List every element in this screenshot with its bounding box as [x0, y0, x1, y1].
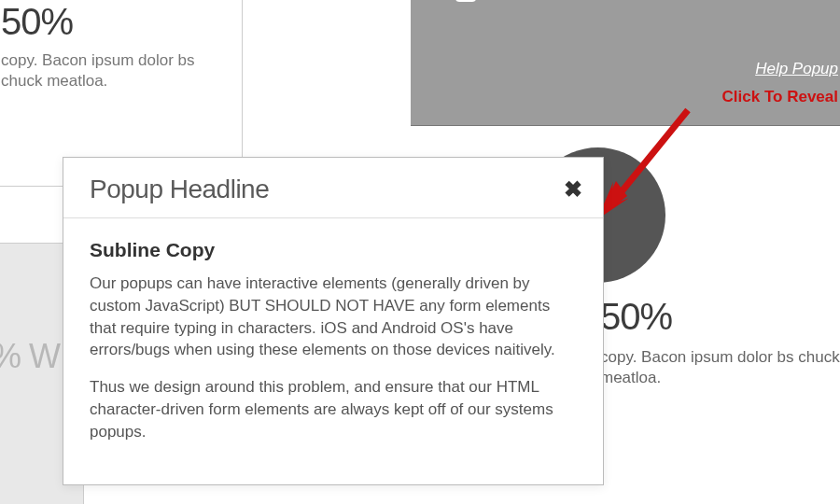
popup-body: Subline Copy Our popups can have interac…	[63, 218, 603, 484]
right-pct: 50%	[600, 296, 840, 338]
checkbox-row: Show Last Section	[411, 0, 840, 2]
popup-subline: Subline Copy	[90, 239, 577, 261]
popup-header: Popup Headline ✖	[63, 158, 603, 218]
popup-paragraph-1: Our popups can have interactive elements…	[90, 273, 577, 361]
close-icon[interactable]: ✖	[564, 178, 582, 201]
help-popup-link[interactable]: Help Popup	[755, 60, 838, 78]
popup-title: Popup Headline	[90, 175, 269, 204]
checkbox-label: Show Last Section	[489, 0, 636, 2]
options-panel: Show Last Section Help Popup Click To Re…	[411, 0, 840, 126]
popup-dialog: Popup Headline ✖ Subline Copy Our popups…	[63, 157, 604, 485]
show-last-section-checkbox[interactable]	[455, 0, 476, 2]
popup-paragraph-2: Thus we design around this problem, and …	[90, 376, 577, 442]
right-copy: copy. Bacon ipsum dolor bs chuck meatloa…	[600, 347, 840, 388]
left-copy: copy. Bacon ipsum dolor bs chuck meatloa…	[1, 50, 223, 91]
left-pct: 50%	[1, 1, 223, 43]
click-to-reveal-label: Click To Reveal	[722, 88, 838, 106]
